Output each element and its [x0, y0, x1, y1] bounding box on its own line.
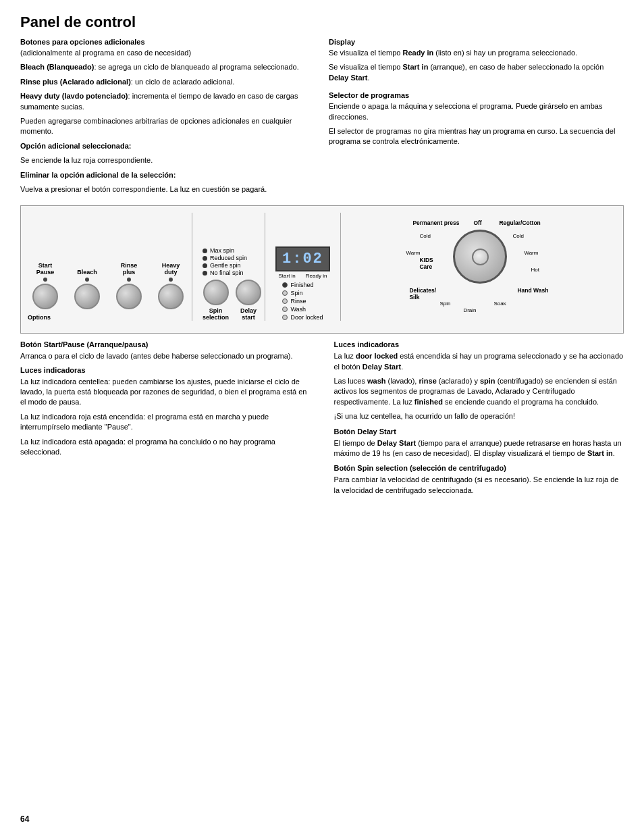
spin-dot-ind — [282, 290, 288, 296]
heavy-btn[interactable] — [158, 284, 184, 309]
eliminar-text: Vuelva a presionar el botón correspondie… — [20, 184, 315, 194]
selector-para2: El selector de programas no gira mientra… — [329, 126, 624, 147]
heavy-group: Heavyduty — [153, 261, 188, 309]
buttons-section: StartPause Bleach Rinseplus Heavyduty — [28, 261, 188, 321]
delay-start-dial[interactable] — [236, 280, 261, 305]
spin-section: Max spin Reduced spin Gentle spin No fin… — [203, 247, 261, 321]
door-locked-dot — [282, 315, 288, 320]
kids-care-label: KIDSCare — [419, 257, 433, 270]
spin-selection-group: Spinselection — [203, 280, 229, 321]
rinse-dot — [127, 278, 131, 282]
divider3 — [340, 213, 341, 321]
heavy-dot — [169, 278, 173, 282]
spin-dial-row: Spinselection Delaystart — [203, 280, 261, 321]
spin-indicator: Spin — [282, 290, 323, 296]
options-title: Botones para opciones adicionales — [20, 38, 315, 46]
warm-right-label: Warm — [524, 250, 538, 256]
luces-title1: Luces indicadoras — [20, 366, 311, 374]
reduced-spin-dot — [203, 256, 207, 261]
display-title: Display — [329, 38, 624, 46]
delay-start-group: Delaystart — [236, 280, 261, 321]
display-para2: Se visualiza el tiempo Start in (arranqu… — [329, 62, 624, 83]
hand-wash-label: Hand Wash — [517, 287, 548, 294]
luces-text2: La luz indicadora roja está encendida: e… — [20, 412, 311, 433]
spin-sel-title: Botón Spin selection (selección de centr… — [334, 464, 624, 472]
delay-para: El tiempo de Delay Start (tiempo para el… — [334, 438, 624, 459]
spin-sel-para: Para cambiar la velocidad de centrifugad… — [334, 475, 624, 496]
selector-title: Selector de programas — [329, 91, 624, 99]
bottom-right: Luces indicadoras La luz door locked est… — [324, 340, 624, 500]
regular-cotton-label: Regular/Cotton — [499, 219, 540, 226]
no-final-spin-option: No final spin — [203, 269, 247, 276]
reduced-spin-label: Reduced spin — [210, 255, 247, 261]
cold-left-label: Cold — [419, 233, 430, 239]
options-subtitle: (adicionalmente al programa en caso de n… — [20, 48, 315, 58]
options-label: Options — [28, 314, 51, 321]
selector-inner — [472, 249, 489, 265]
right-column: Display Se visualiza el tiempo Ready in … — [329, 38, 624, 199]
max-spin-label: Max spin — [210, 247, 234, 254]
door-locked-indicator: Door locked — [282, 314, 323, 321]
luces-text1: La luz indicadora centellea: pueden camb… — [20, 377, 311, 408]
start-pause-label: StartPause — [36, 261, 55, 276]
lcd-display: 1:02 — [275, 246, 330, 271]
start-in-sub: Start in — [278, 273, 295, 279]
soak-label: Soak — [493, 301, 506, 307]
wash-ind-label: Wash — [290, 306, 306, 313]
finished-dot — [282, 282, 288, 288]
finished-indicator: Finished — [282, 282, 323, 288]
page-title: Panel de control — [20, 14, 624, 31]
off-label: Off — [473, 219, 481, 226]
heavy-para: Heavy duty (lavdo potenciado): increment… — [20, 91, 315, 112]
left-column: Botones para opciones adicionales (adici… — [20, 38, 315, 199]
gentle-spin-option: Gentle spin — [203, 262, 247, 269]
divider1 — [192, 213, 192, 321]
selector-para1: Enciende o apaga la máquina y selecciona… — [329, 101, 624, 122]
spin-selection-dial[interactable] — [203, 280, 229, 305]
buttons-row: StartPause Bleach Rinseplus Heavyduty — [28, 261, 188, 309]
no-final-spin-label: No final spin — [210, 269, 244, 276]
program-selector-dial[interactable] — [453, 230, 507, 284]
luces-flash: ¡Si una luz centellea, ha ocurrido un fa… — [334, 411, 624, 421]
spin-options: Max spin Reduced spin Gentle spin No fin… — [203, 247, 247, 276]
bottom-left: Botón Start/Pause (Arranque/pausa) Arran… — [20, 340, 311, 500]
luces-title2: Luces indicadoras — [334, 340, 624, 348]
delay-start-label: Delaystart — [240, 307, 257, 321]
ready-in-sub: Ready in — [306, 273, 327, 279]
start-pause-group: StartPause — [28, 261, 63, 309]
drain-label: Drain — [463, 307, 476, 313]
door-locked-label: Door locked — [290, 314, 323, 321]
rinse-para: Rinse plus (Aclarado adicional): un cicl… — [20, 77, 315, 87]
hot-label: Hot — [531, 267, 539, 273]
rinse-group: Rinseplus — [111, 261, 146, 309]
delicates-silk-label: Delicates/Silk — [409, 287, 436, 301]
eliminar-title: Eliminar la opción adicional de la selec… — [20, 170, 315, 180]
reduced-spin-option: Reduced spin — [203, 255, 247, 261]
bleach-group: Bleach — [70, 261, 105, 309]
page-number: 64 — [20, 814, 29, 824]
combo-para: Pueden agregarse combinaciones arbitrari… — [20, 116, 315, 137]
bleach-label-panel: Bleach — [77, 261, 97, 276]
divider2 — [265, 213, 265, 321]
start-pause-btn[interactable] — [32, 284, 58, 309]
bleach-dot — [85, 278, 89, 282]
spin-ind-label: Spin — [290, 290, 302, 296]
bleach-btn[interactable] — [74, 284, 100, 309]
indicator-list: Finished Spin Rinse Wash Door locked — [282, 282, 323, 321]
opcion-title: Opción adicional seleccionada: — [20, 141, 315, 151]
luces-right-para1: La luz door locked está encendida si hay… — [334, 351, 624, 372]
spin-selection-label: Spinselection — [203, 307, 229, 321]
luces-right-para2: Las luces wash (lavado), rinse (aclarado… — [334, 376, 624, 407]
max-spin-option: Max spin — [203, 247, 247, 254]
max-spin-dot — [203, 249, 207, 253]
start-pause-bottom-title: Botón Start/Pause (Arranque/pausa) — [20, 340, 311, 348]
display-section: 1:02 Start in Ready in Finished Spin Rin… — [275, 246, 330, 321]
gentle-spin-label: Gentle spin — [210, 262, 241, 269]
rinse-btn[interactable] — [116, 284, 142, 309]
rinse-dot-ind — [282, 298, 288, 304]
spin-label: Spin — [439, 301, 450, 307]
heavy-label-panel: Heavyduty — [162, 261, 180, 276]
rinse-label-panel: Rinseplus — [121, 261, 138, 276]
panel-diagram: StartPause Bleach Rinseplus Heavyduty — [20, 205, 624, 334]
delay-title: Botón Delay Start — [334, 427, 624, 436]
